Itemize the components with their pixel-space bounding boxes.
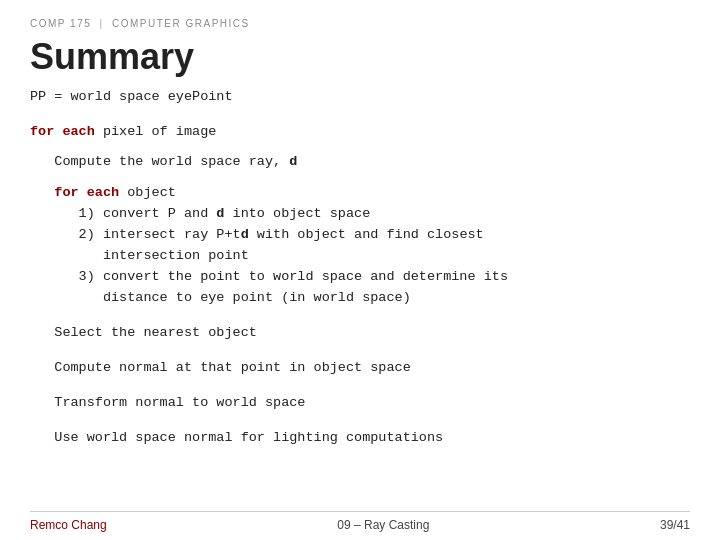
code-line-2: for each pixel of image	[30, 122, 690, 143]
line1-text: P = world space eyePoint	[38, 89, 232, 104]
header-separator: |	[100, 18, 104, 29]
code-line-3: Compute the world space ray, d	[30, 152, 690, 173]
footer-author: Remco Chang	[30, 518, 107, 532]
code-line-6: Compute normal at that point in object s…	[30, 358, 690, 379]
code-line-7: Transform normal to world space	[30, 393, 690, 414]
d-var-1: d	[289, 154, 297, 169]
code-line-8: Use world space normal for lighting comp…	[30, 428, 690, 449]
p-var: P	[30, 89, 38, 104]
content-area: PP = world space eyePoint for each pixel…	[30, 87, 690, 511]
d-var-2: d	[216, 206, 224, 221]
slide-page: COMP 175 | COMPUTER GRAPHICS Summary PP …	[0, 0, 720, 540]
code-line-4b1: 2) intersect ray P+td with object and fi…	[30, 225, 690, 246]
code-line-1: PP = world space eyePoint	[30, 87, 690, 108]
code-line-4a: 1) convert P and d into object space	[30, 204, 690, 225]
code-line-4c1: 3) convert the point to world space and …	[30, 267, 690, 288]
footer-page: 39/41	[660, 518, 690, 532]
footer-topic: 09 – Ray Casting	[337, 518, 429, 532]
for-keyword-1: for each	[30, 124, 95, 139]
code-line-4b2: intersection point	[30, 246, 690, 267]
d-var-3: d	[241, 227, 249, 242]
for-keyword-2: for each	[54, 185, 119, 200]
code-line-4c2: distance to eye point (in world space)	[30, 288, 690, 309]
code-line-5: Select the nearest object	[30, 323, 690, 344]
course-header: COMP 175 | COMPUTER GRAPHICS	[30, 18, 690, 29]
course-code: COMP 175	[30, 18, 91, 29]
slide-title: Summary	[30, 37, 690, 77]
code-line-4: for each object	[30, 183, 690, 204]
line4-rest: object	[119, 185, 176, 200]
course-subject: COMPUTER GRAPHICS	[112, 18, 250, 29]
slide-footer: Remco Chang 09 – Ray Casting 39/41	[30, 511, 690, 540]
line2-rest: pixel of image	[95, 124, 217, 139]
